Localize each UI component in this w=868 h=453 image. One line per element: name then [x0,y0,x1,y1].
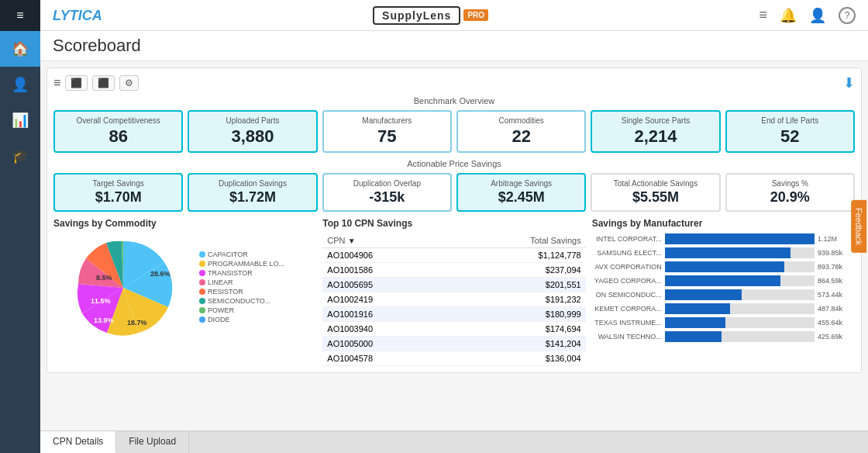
sidebar-item-chart[interactable]: 📊 [0,102,40,138]
svg-text:13.9%: 13.9% [94,316,114,324]
metric-overall-label: Overall Competitiveness [61,116,175,125]
svg-text:8.5%: 8.5% [96,274,112,282]
metric-eol: End of Life Parts 52 [725,110,855,153]
metric-eol-value: 52 [733,126,847,147]
main-card: ≡ ⬛ ⬛ ⚙ ⬇ Benchmark Overview Overall Com… [46,67,862,373]
savings-cell: $174,694 [448,322,585,337]
table-row[interactable]: AO1005695$201,551 [322,278,585,292]
card-toolbar: ≡ ⬛ ⬛ ⚙ ⬇ [53,74,855,92]
pro-badge: PRO [463,9,488,21]
metric-overall-value: 86 [61,126,175,147]
savings-cell: $201,551 [448,278,585,292]
bar-row: ON SEMICONDUC... 573.44k [592,289,855,300]
cpn-title: Top 10 CPN Savings [322,218,585,229]
savings-total: Total Actionable Savings $5.55M [591,173,720,212]
bar-label: AVX CORPORATION [592,263,662,271]
bar-value: 425.69k [818,333,855,341]
header-icons: ≡ 🔔 👤 ? [759,7,856,24]
bar-fill [665,317,726,328]
table-row[interactable]: AO1002419$191,232 [322,292,585,307]
list-icon[interactable]: ≡ [759,7,767,23]
bar-bg [665,331,815,342]
savings-total-label: Total Actionable Savings [598,179,712,188]
table-row[interactable]: AO1004578$136,004 [322,351,585,366]
bar-bg [665,275,815,286]
bar-label: INTEL CORPORAT... [592,235,662,243]
bar-row: YAGEO CORPORA... 864.59k [592,275,855,286]
cpn-cell: AO1004578 [322,351,448,366]
cpn-sort-icon[interactable]: ▼ [348,237,356,245]
metric-manufacturers-label: Manufacturers [330,116,444,125]
metric-uploaded: Uploaded Parts 3,880 [188,110,317,153]
tab-file-upload[interactable]: File Upload [116,431,189,453]
header-center: SupplyLens PRO [373,6,488,25]
bar-fill [665,331,722,342]
savings-cell: $180,999 [448,307,585,322]
page-title: Scoreboard [53,36,856,56]
metric-commodities: Commodities 22 [456,110,586,153]
bottom-tabs: CPN Details File Upload [40,431,868,453]
bar-bg [665,261,815,272]
bottom-panels: Savings by Commodity [53,218,855,366]
sidebar-item-home[interactable]: 🏠 [0,31,40,67]
metric-commodities-label: Commodities [464,116,578,125]
cpn-cell: AO1001916 [322,307,448,322]
bar-value: 455.64k [818,319,855,327]
bar-value: 864.59k [818,277,855,285]
cpn-cell: AO1003940 [322,322,448,337]
logo: LYTICA [53,6,102,24]
bar-row: AVX CORPORATION 893.78k [592,261,855,272]
table-row[interactable]: AO1001916$180,999 [322,307,585,322]
pie-chart: 28.6% 11.5% 13.9% 18.7% 8.5% [53,233,193,342]
commodity-panel: Savings by Commodity [53,218,316,366]
bar-row: SAMSUNG ELECT... 939.85k [592,247,855,258]
savings-percent-value: 20.9% [733,189,847,206]
bar-fill [665,233,815,244]
tab-cpn-details[interactable]: CPN Details [40,431,116,453]
help-icon[interactable]: ? [839,7,856,24]
sidebar-item-users[interactable]: 👤 [0,67,40,102]
bar-value: 1.12M [818,235,855,243]
sidebar-header: ≡ [0,0,40,31]
bar-value: 939.85k [818,249,855,257]
bell-icon[interactable]: 🔔 [780,7,797,24]
download-icon[interactable]: ⬇ [843,74,855,92]
toolbar-menu-icon[interactable]: ≡ [53,76,60,90]
savings-total-value: $5.55M [598,189,712,206]
table-row[interactable]: AO1004906$1,124,778 [322,248,585,263]
bar-value: 573.44k [818,291,855,299]
savings-row: Target Savings $1.70M Duplication Saving… [53,173,855,212]
user-icon[interactable]: 👤 [809,7,826,24]
table-row[interactable]: AO1003940$174,694 [322,322,585,337]
sidebar-item-education[interactable]: 🎓 [0,138,40,174]
cpn-cell: AO1004906 [322,248,448,263]
col-savings-header: Total Savings [448,233,585,248]
savings-duplication: Duplication Savings $1.72M [188,173,317,212]
savings-overlap: Duplication Overlap -315k [322,173,452,212]
cpn-table-panel: Top 10 CPN Savings CPN ▼ Total Savings [322,218,585,366]
bar-row: WALSIN TECHNO... 425.69k [592,331,855,342]
bar-label: SAMSUNG ELECT... [592,249,662,257]
metric-manufacturers-value: 75 [330,126,444,147]
feedback-button[interactable]: Feedback [851,200,866,253]
toolbar-btn-3[interactable]: ⚙ [119,75,139,91]
savings-target-value: $1.70M [61,189,175,206]
toolbar-btn-2[interactable]: ⬛ [92,75,115,91]
savings-target-label: Target Savings [61,179,175,188]
toolbar-left: ≡ ⬛ ⬛ ⚙ [53,75,139,91]
commodity-title: Savings by Commodity [53,218,316,229]
metric-eol-label: End of Life Parts [733,116,847,125]
toolbar-btn-1[interactable]: ⬛ [65,75,88,91]
pie-container: 28.6% 11.5% 13.9% 18.7% 8.5% CAPACITOR P… [53,233,316,342]
svg-text:28.6%: 28.6% [150,270,170,278]
bar-row: TEXAS INSTRUME... 455.64k [592,317,855,328]
savings-duplication-value: $1.72M [195,189,309,206]
metric-overall: Overall Competitiveness 86 [53,110,183,153]
table-row[interactable]: AO1001586$237,094 [322,263,585,278]
hamburger-icon[interactable]: ≡ [16,9,23,22]
bar-fill [665,275,780,286]
bar-fill [665,289,742,300]
cpn-cell: AO1001586 [322,263,448,278]
savings-cell: $141,204 [448,337,585,351]
table-row[interactable]: AO1005000$141,204 [322,337,585,351]
